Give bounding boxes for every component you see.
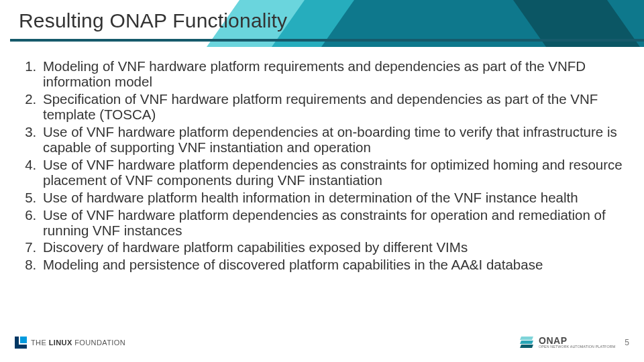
lf-text: THE LINUX FOUNDATION bbox=[31, 339, 125, 347]
linux-foundation-logo: THE LINUX FOUNDATION bbox=[15, 337, 125, 349]
list-item: Use of VNF hardware platform dependencie… bbox=[40, 125, 625, 156]
list-item: Use of VNF hardware platform dependencie… bbox=[40, 208, 625, 239]
onap-sub: OPEN NETWORK AUTOMATION PLATFORM bbox=[539, 345, 615, 349]
onap-main: ONAP bbox=[539, 336, 615, 345]
lf-foundation: FOUNDATION bbox=[74, 339, 125, 347]
list-item: Modeling of VNF hardware platform requir… bbox=[40, 59, 625, 90]
lf-linux: LINUX bbox=[49, 339, 72, 347]
points-list: Modeling of VNF hardware platform requir… bbox=[13, 59, 625, 273]
onap-mark-icon bbox=[519, 337, 535, 349]
list-item: Use of hardware platform health informat… bbox=[40, 190, 625, 206]
footer-right: ONAP OPEN NETWORK AUTOMATION PLATFORM 5 bbox=[519, 336, 629, 349]
lf-the: THE bbox=[31, 339, 46, 347]
footer: THE LINUX FOUNDATION ONAP OPEN NETWORK A… bbox=[15, 333, 629, 353]
lf-mark-icon bbox=[15, 337, 27, 349]
list-item: Specification of VNF hardware platform r… bbox=[40, 92, 625, 123]
slide-title: Resulting ONAP Functionality bbox=[19, 9, 287, 32]
list-item: Modeling and persistence of discovered p… bbox=[40, 257, 625, 273]
slide-body: Modeling of VNF hardware platform requir… bbox=[13, 59, 625, 275]
list-item: Use of VNF hardware platform dependencie… bbox=[40, 158, 625, 188]
page-number: 5 bbox=[625, 338, 629, 347]
onap-logo: ONAP OPEN NETWORK AUTOMATION PLATFORM bbox=[519, 336, 615, 349]
slide: Resulting ONAP Functionality Modeling of… bbox=[0, 0, 644, 362]
list-item: Discovery of hardware platform capabilit… bbox=[40, 240, 625, 255]
